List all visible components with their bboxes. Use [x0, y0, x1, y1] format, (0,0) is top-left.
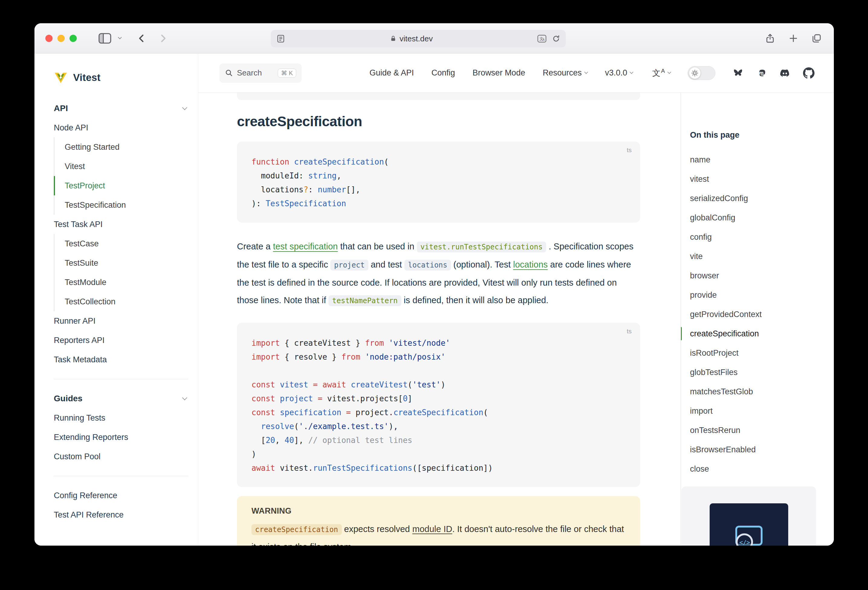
sidebar-item-test-api-reference[interactable]: Test API Reference	[54, 505, 188, 524]
new-tab-icon[interactable]	[788, 34, 798, 43]
nav-link-browser-mode[interactable]: Browser Mode	[473, 68, 525, 78]
github-icon[interactable]	[803, 67, 815, 79]
sidebar-item-testcase[interactable]: TestCase	[54, 234, 188, 253]
toc-item-browser[interactable]: browser	[690, 266, 834, 285]
nav-link-v3-0-0[interactable]: v3.0.0	[605, 68, 633, 78]
sidebar-item-label: Vitest	[65, 162, 85, 171]
chevron-down-icon	[630, 70, 633, 74]
text-segment: is defined, then it will also be applied…	[402, 295, 549, 305]
text-segment: (optional). Test	[451, 260, 513, 269]
url-text[interactable]: vitest.dev	[400, 34, 433, 44]
inline-code: project	[330, 260, 368, 271]
zoom-button[interactable]	[69, 35, 77, 42]
sidebar-toggle-icon[interactable]	[99, 33, 111, 44]
forward-icon[interactable]	[158, 33, 168, 44]
code-line: const specification = project.createSpec…	[251, 406, 626, 419]
tab-overview-icon[interactable]	[812, 33, 822, 44]
address-bar[interactable]: vitest.dev 文A	[271, 30, 566, 47]
sidebar-item-testmodule[interactable]: TestModule	[54, 273, 188, 292]
inline-code: locations	[404, 260, 451, 271]
sidebar-item-test-task-api[interactable]: Test Task API	[54, 215, 188, 234]
nav-link-config[interactable]: Config	[432, 68, 455, 78]
sidebar-item-reporters-api[interactable]: Reporters API	[54, 331, 188, 350]
share-icon[interactable]	[765, 33, 775, 44]
toc-item-config[interactable]: config	[690, 227, 834, 247]
nav-link-label: Config	[432, 68, 455, 78]
toc-item-import[interactable]: import	[690, 401, 834, 421]
sidebar-item-vitest[interactable]: Vitest	[54, 157, 188, 176]
search-input[interactable]: Search ⌘ K	[219, 63, 302, 83]
toc-item-createspecification[interactable]: createSpecification	[690, 324, 834, 343]
toc-item-globalconfig[interactable]: globalConfig	[690, 208, 834, 227]
sidebar-item-label: TestSuite	[65, 259, 98, 268]
language-menu[interactable]: 文A	[652, 68, 671, 78]
sidebar-nav: APINode APIGetting StartedVitestTestProj…	[54, 99, 188, 524]
sidebar-item-api[interactable]: API	[54, 99, 188, 118]
sidebar-item-runner-api[interactable]: Runner API	[54, 311, 188, 331]
toc-item-isbrowserenabled[interactable]: isBrowserEnabled	[690, 440, 834, 459]
toc-item-vitest[interactable]: vitest	[690, 169, 834, 189]
bluesky-icon[interactable]	[732, 68, 744, 78]
nav-links: Guide & APIConfigBrowser ModeResourcesv3…	[369, 68, 633, 78]
toc-item-close[interactable]: close	[690, 459, 834, 478]
code-search-icon: </>	[710, 503, 788, 546]
sidebar-item-label: Test API Reference	[54, 510, 124, 519]
sidebar-item-node-api[interactable]: Node API	[54, 118, 188, 137]
sidebar-item-task-metadata[interactable]: Task Metadata	[54, 350, 188, 369]
chevron-down-icon	[584, 70, 588, 74]
sidebar-item-testcollection[interactable]: TestCollection	[54, 292, 188, 311]
translate-icon[interactable]: 文A	[537, 35, 546, 43]
sidebar-item-guides[interactable]: Guides	[54, 389, 188, 408]
browser-window: vitest.dev 文A	[34, 23, 834, 546]
toc-item-isrootproject[interactable]: isRootProject	[690, 343, 834, 363]
social-links: m	[732, 67, 815, 79]
chevron-down-icon	[182, 395, 187, 400]
sidebar-item-getting-started[interactable]: Getting Started	[54, 137, 188, 157]
minimize-button[interactable]	[58, 35, 65, 42]
inline-link[interactable]: locations	[513, 260, 548, 269]
window-controls	[45, 35, 77, 42]
mastodon-icon[interactable]: m	[756, 68, 767, 78]
sidebar-item-testproject[interactable]: TestProject	[54, 176, 188, 195]
sidebar-item-testspecification[interactable]: TestSpecification	[54, 195, 188, 215]
reload-icon[interactable]	[552, 34, 560, 43]
toc-item-getprovidedcontext[interactable]: getProvidedContext	[690, 305, 834, 324]
text-segment: and test	[368, 260, 404, 269]
inline-code-link[interactable]: testNamePattern	[329, 295, 402, 306]
inline-link[interactable]: module ID	[412, 524, 452, 534]
nav-link-guide-api[interactable]: Guide & API	[369, 68, 414, 78]
toc-item-ontestsrerun[interactable]: onTestsRerun	[690, 421, 834, 440]
sidebar-item-label: Test Task API	[54, 220, 103, 229]
toc-item-globtestfiles[interactable]: globTestFiles	[690, 363, 834, 382]
ad-card[interactable]: </>	[682, 486, 816, 546]
toc-title: On this page	[690, 131, 834, 140]
toc-item-provide[interactable]: provide	[690, 285, 834, 305]
nav-link-resources[interactable]: Resources	[543, 68, 588, 78]
search-shortcut: ⌘ K	[278, 69, 296, 78]
inline-link[interactable]: test specification	[273, 241, 338, 251]
sidebar-item-label: TestSpecification	[65, 200, 126, 210]
page-title: createSpecification	[237, 113, 640, 129]
inline-code-link[interactable]: vitest.runTestSpecifications	[417, 241, 546, 252]
toc-item-matchestestglob[interactable]: matchesTestGlob	[690, 382, 834, 401]
sidebar-item-config-reference[interactable]: Config Reference	[54, 486, 188, 505]
code-lang-badge: ts	[627, 328, 632, 335]
sidebar-item-running-tests[interactable]: Running Tests	[54, 408, 188, 428]
nav-link-label: Browser Mode	[473, 68, 525, 78]
toc-item-vite[interactable]: vite	[690, 247, 834, 266]
sidebar-item-custom-pool[interactable]: Custom Pool	[54, 447, 188, 466]
toc-item-name[interactable]: name	[690, 150, 834, 169]
site-logo[interactable]: Vitest	[54, 69, 188, 87]
sidebar-item-label: API	[54, 104, 68, 113]
chevron-down-icon[interactable]	[118, 35, 122, 39]
sidebar-item-label: TestModule	[65, 278, 106, 287]
sidebar-item-testsuite[interactable]: TestSuite	[54, 253, 188, 273]
close-button[interactable]	[45, 35, 53, 42]
text-segment: expects resolved	[342, 524, 413, 534]
theme-toggle[interactable]	[688, 66, 715, 80]
sidebar-item-extending-reporters[interactable]: Extending Reporters	[54, 428, 188, 447]
toc-item-serializedconfig[interactable]: serializedConfig	[690, 189, 834, 208]
page-menu-icon[interactable]	[276, 34, 285, 43]
discord-icon[interactable]	[779, 68, 791, 78]
back-icon[interactable]	[136, 33, 147, 44]
